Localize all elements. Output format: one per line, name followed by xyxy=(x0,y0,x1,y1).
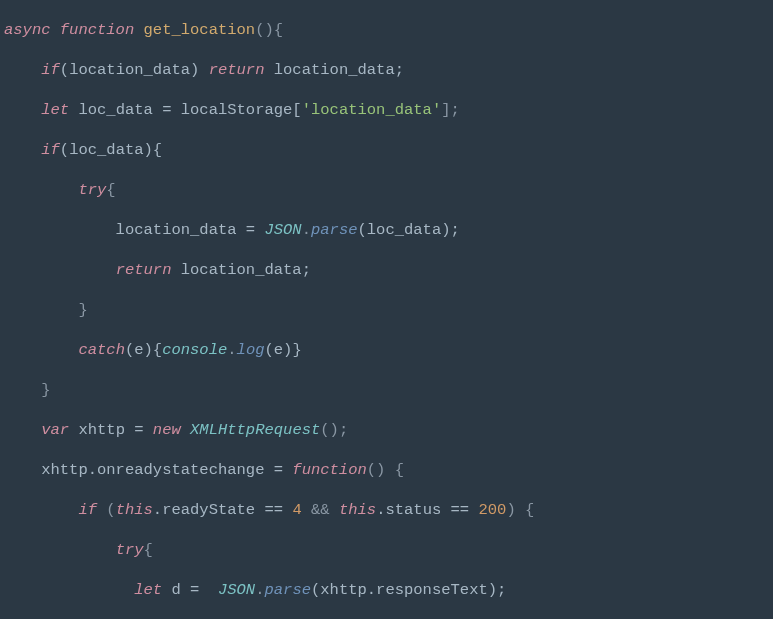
code-editor[interactable]: async function get_location(){ if(locati… xyxy=(0,0,773,619)
code-line: if (this.readyState == 4 && this.status … xyxy=(4,500,769,520)
code-line: } xyxy=(4,300,769,320)
code-line: async function get_location(){ xyxy=(4,20,769,40)
code-line: if(location_data) return location_data; xyxy=(4,60,769,80)
code-line: let d = JSON.parse(xhttp.responseText); xyxy=(4,580,769,600)
code-line: if(loc_data){ xyxy=(4,140,769,160)
code-line: try{ xyxy=(4,540,769,560)
code-line: try{ xyxy=(4,180,769,200)
code-line: catch(e){console.log(e)} xyxy=(4,340,769,360)
code-line: } xyxy=(4,380,769,400)
code-line: let loc_data = localStorage['location_da… xyxy=(4,100,769,120)
code-line: xhttp.onreadystatechange = function() { xyxy=(4,460,769,480)
code-line: location_data = JSON.parse(loc_data); xyxy=(4,220,769,240)
code-line: var xhttp = new XMLHttpRequest(); xyxy=(4,420,769,440)
code-line: return location_data; xyxy=(4,260,769,280)
